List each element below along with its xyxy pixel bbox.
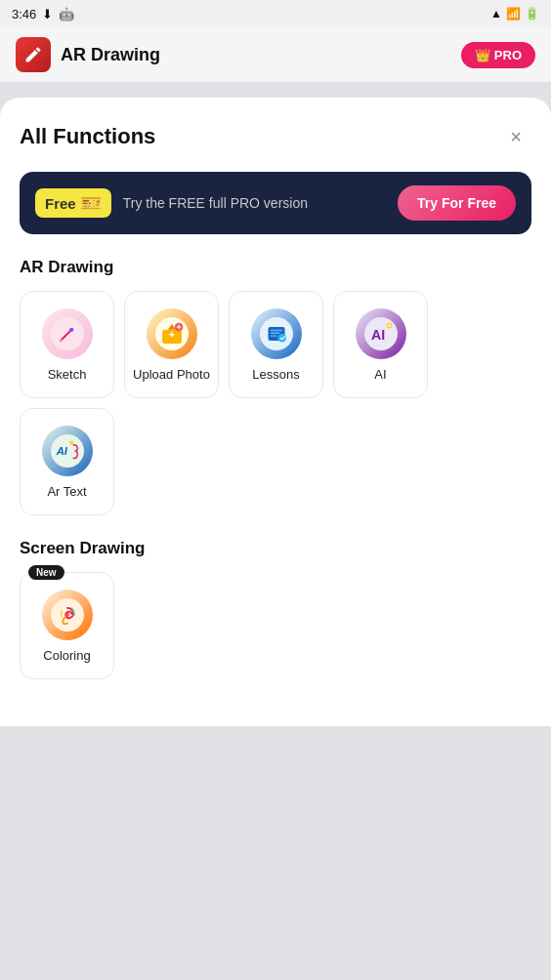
lessons-card[interactable]: Lessons	[229, 291, 323, 398]
svg-point-1	[69, 327, 73, 331]
app-title: AR Drawing	[61, 45, 160, 65]
pro-badge[interactable]: 👑 PRO	[461, 42, 535, 68]
wifi-icon: ▲	[490, 7, 502, 20]
ticket-icon: 🎫	[80, 192, 102, 214]
all-functions-modal: All Functions × Free 🎫 Try the FREE full…	[0, 98, 551, 726]
ai-icon: AI	[356, 308, 406, 359]
banner-description: Try the FREE full PRO version	[123, 195, 308, 211]
sketch-card[interactable]: Sketch	[20, 291, 114, 398]
screen-drawing-section-title: Screen Drawing	[20, 539, 531, 558]
status-bar: 3:46 ⬇ 🤖 ▲ 📶 🔋	[0, 0, 551, 27]
free-ticket: Free 🎫	[35, 188, 111, 218]
sketch-label: Sketch	[48, 367, 87, 382]
android-icon: 🤖	[59, 7, 74, 21]
svg-point-13	[277, 334, 286, 343]
svg-rect-11	[270, 332, 279, 333]
ar-drawing-section: AR Drawing Sketch	[20, 258, 531, 515]
lessons-icon	[251, 308, 302, 359]
modal-title: All Functions	[20, 124, 155, 149]
crown-icon: 👑	[475, 48, 490, 62]
lessons-label: Lessons	[252, 367, 299, 382]
sketch-icon	[42, 308, 93, 359]
ai-label: AI	[374, 367, 386, 382]
modal-header: All Functions ×	[20, 121, 531, 152]
new-badge: New	[28, 565, 64, 580]
ar-text-icon: AI	[42, 426, 93, 476]
svg-point-19	[69, 440, 73, 444]
svg-point-21	[64, 612, 68, 616]
coloring-card[interactable]: New Coloring	[20, 572, 114, 679]
ar-drawing-section-title: AR Drawing	[20, 258, 531, 277]
coloring-label: Coloring	[43, 648, 90, 663]
upload-photo-label: Upload Photo	[133, 367, 210, 382]
signal-icon: 📶	[506, 7, 521, 20]
upload-photo-icon	[147, 308, 197, 359]
upload-photo-card[interactable]: Upload Photo	[124, 291, 219, 398]
svg-text:AI: AI	[55, 445, 67, 457]
screen-drawing-section: Screen Drawing New Coloring	[20, 539, 531, 679]
ai-card[interactable]: AI AI	[333, 291, 428, 398]
time-display: 3:46	[12, 7, 36, 21]
ar-text-card[interactable]: AI Ar Text	[20, 408, 114, 515]
svg-rect-10	[270, 329, 282, 330]
svg-rect-12	[270, 335, 276, 336]
app-icon	[16, 37, 51, 72]
close-button[interactable]: ×	[500, 121, 531, 152]
svg-text:AI: AI	[371, 326, 385, 342]
app-header-left: AR Drawing	[16, 37, 160, 72]
free-banner: Free 🎫 Try the FREE full PRO version Try…	[20, 172, 531, 234]
battery-icon: 🔋	[525, 7, 539, 20]
try-free-button[interactable]: Try For Free	[398, 185, 516, 221]
free-banner-left: Free 🎫 Try the FREE full PRO version	[35, 188, 308, 218]
ar-text-label: Ar Text	[47, 484, 86, 499]
ar-drawing-grid: Sketch Upload Photo	[20, 291, 531, 515]
pro-label: PRO	[494, 48, 522, 62]
free-label: Free	[45, 195, 76, 212]
svg-rect-6	[171, 331, 172, 337]
coloring-icon	[42, 590, 93, 640]
app-header: AR Drawing 👑 PRO	[0, 27, 551, 82]
download-icon: ⬇	[42, 7, 53, 21]
screen-drawing-grid: New Coloring	[20, 572, 531, 679]
status-icons: ▲ 📶 🔋	[490, 7, 539, 20]
status-time: 3:46 ⬇ 🤖	[12, 7, 74, 21]
